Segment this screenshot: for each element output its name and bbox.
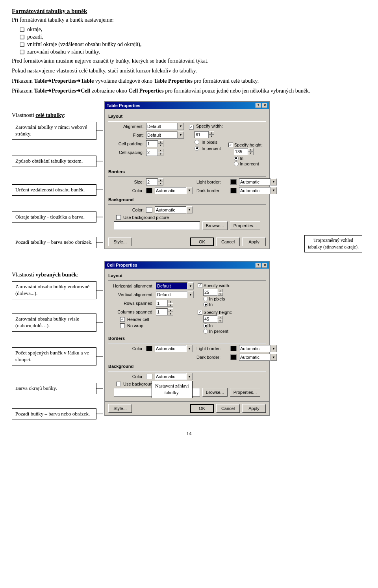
height-spinner-row: 135 ▲ ▼	[234, 148, 263, 155]
width-down[interactable]: ▼	[209, 135, 214, 138]
bg-color-arrow[interactable]: ▼	[186, 206, 193, 213]
in-percent-label: In percent	[202, 146, 221, 151]
use-bg-picture-checkbox[interactable]	[116, 215, 121, 220]
size-label: Size:	[108, 180, 144, 184]
rows-spanned-spinner[interactable]: 1 ▲ ▼	[156, 300, 173, 307]
cell-color-dropdown[interactable]: Automatic ▼	[155, 345, 193, 352]
height-in-percent-radio-row-2: In percent	[203, 329, 266, 334]
vert-align-arrow[interactable]: ▼	[187, 291, 194, 298]
intro-bullet-3: vnitřní okraje (vzdálenost obsahu buňky …	[27, 41, 141, 48]
borders-color-dropdown[interactable]: Automatic ▼	[155, 187, 193, 194]
float-dropdown-arrow[interactable]: ▼	[178, 132, 184, 139]
alignment-dropdown[interactable]: Default ▼	[146, 123, 184, 130]
layout-section-label-2: Layout	[108, 273, 266, 278]
alignment-dropdown-arrow[interactable]: ▼	[178, 123, 184, 130]
help-button-1[interactable]: ?	[256, 103, 261, 108]
height-in-percent-radio[interactable]	[234, 161, 239, 166]
apply-button-2[interactable]: Apply	[242, 404, 266, 413]
browse-button-1[interactable]: Browse...	[202, 221, 228, 230]
cols-spanned-spinner[interactable]: 1 ▲ ▼	[156, 308, 173, 315]
light-border-arrow[interactable]: ▼	[271, 178, 277, 185]
ok-button-2[interactable]: OK	[190, 404, 214, 413]
size-down[interactable]: ▼	[158, 182, 163, 185]
close-button-1[interactable]: ✕	[262, 103, 267, 108]
in-pixels-label: In pixels	[202, 140, 217, 145]
height-down-2[interactable]: ▼	[217, 319, 223, 323]
cell-light-border-dropdown[interactable]: Automatic ▼	[239, 345, 277, 352]
cell-spacing-spinner[interactable]: 2 ▲ ▼	[146, 149, 163, 156]
style-button-2[interactable]: Style...	[108, 404, 132, 413]
light-border-row: Light border: Automatic ▼	[196, 178, 277, 185]
cols-down[interactable]: ▼	[168, 312, 173, 315]
bullet-3: ❑	[20, 41, 25, 48]
cell-spacing-down[interactable]: ▼	[158, 152, 163, 156]
width-down-2[interactable]: ▼	[217, 292, 223, 296]
cell-padding-spinner[interactable]: 1 ▲ ▼	[146, 140, 163, 147]
size-up[interactable]: ▲	[158, 178, 163, 182]
bg-color-dropdown[interactable]: Automatic ▼	[155, 206, 193, 213]
cell-dark-border-dropdown[interactable]: Automatic ▼	[239, 354, 277, 361]
dark-border-dropdown[interactable]: Automatic ▼	[239, 187, 277, 194]
header-cell-checkbox[interactable]: ✓	[120, 317, 125, 322]
specify-height-checkbox[interactable]: ✓	[228, 143, 233, 147]
size-spinner[interactable]: 2 ▲ ▼	[146, 178, 163, 185]
cell-bg-color-label: Color:	[108, 374, 144, 379]
close-button-2[interactable]: ✕	[262, 263, 267, 268]
horiz-align-dropdown[interactable]: Default ▼	[156, 282, 194, 289]
in-radio-2[interactable]	[203, 302, 208, 307]
width-up[interactable]: ▲	[209, 131, 214, 135]
intro-line-2: Před formátováním musíme nejprve označit…	[12, 57, 366, 65]
help-button-2[interactable]: ?	[256, 263, 261, 268]
in-percent-radio[interactable]	[195, 146, 199, 151]
height-in-percent-radio-2[interactable]	[203, 329, 208, 334]
height-down[interactable]: ▼	[248, 152, 254, 155]
height-up-2[interactable]: ▲	[217, 315, 223, 319]
cancel-button-1[interactable]: Cancel	[216, 237, 240, 246]
dark-border-arrow[interactable]: ▼	[271, 187, 277, 194]
height-in-radio-2[interactable]	[203, 323, 208, 328]
dialog-title-1: Table Properties	[107, 103, 140, 108]
properties-button-1[interactable]: Properties...	[230, 221, 260, 230]
specify-width-checkbox[interactable]: ✓	[189, 125, 194, 130]
cell-bg-color-dropdown[interactable]: Automatic ▼	[155, 373, 193, 380]
cell-light-border-arrow[interactable]: ▼	[271, 345, 277, 352]
cell-dark-border-arrow[interactable]: ▼	[271, 354, 277, 361]
borders-color-arrow[interactable]: ▼	[186, 187, 193, 194]
bullet-1: ❑	[20, 26, 25, 33]
cell-color-arrow[interactable]: ▼	[186, 345, 193, 352]
float-dropdown[interactable]: Default ▼	[146, 132, 184, 139]
rows-spanned-label: Rows spanned:	[108, 301, 154, 306]
cell-bg-color-arrow[interactable]: ▼	[186, 373, 193, 380]
width-up-2[interactable]: ▲	[217, 289, 223, 292]
no-wrap-checkbox[interactable]	[120, 323, 125, 328]
browse-button-2[interactable]: Browse...	[202, 388, 228, 397]
cols-up[interactable]: ▲	[168, 308, 173, 312]
light-border-dropdown[interactable]: Automatic ▼	[239, 178, 277, 185]
height-in-radio[interactable]	[234, 156, 239, 161]
cell-padding-up[interactable]: ▲	[158, 140, 163, 144]
specify-width-checkbox-2[interactable]: ✓	[198, 283, 202, 288]
apply-button-1[interactable]: Apply	[242, 237, 266, 246]
horiz-align-arrow[interactable]: ▼	[187, 282, 194, 289]
bullet-2: ❑	[20, 34, 25, 41]
rows-up[interactable]: ▲	[168, 300, 173, 303]
section1-labels: Vlastnosti celé tabulky: Zarovnání tabul…	[12, 101, 96, 251]
rows-down[interactable]: ▼	[168, 303, 173, 307]
style-button-1[interactable]: Style...	[108, 237, 132, 246]
cell-properties-wrapper: Cell Properties ? ✕ Layout Horizontal al…	[104, 261, 366, 423]
height-up[interactable]: ▲	[248, 148, 254, 152]
size-row: Size: 2 ▲ ▼	[108, 178, 193, 185]
vert-align-dropdown[interactable]: Default ▼	[156, 291, 194, 298]
cell-spacing-up[interactable]: ▲	[158, 149, 163, 152]
in-pixels-radio[interactable]	[195, 140, 199, 145]
cancel-button-2[interactable]: Cancel	[216, 404, 240, 413]
cell-padding-down[interactable]: ▼	[158, 144, 163, 147]
specify-height-checkbox-2[interactable]: ✓	[198, 310, 202, 315]
in-row-2: In	[203, 302, 266, 307]
properties-button-2[interactable]: Properties...	[230, 388, 260, 397]
ok-button-1[interactable]: OK	[190, 237, 214, 246]
in-pixels-radio-2[interactable]	[203, 297, 208, 301]
cell-color-label: Color:	[108, 346, 144, 351]
specify-width-input[interactable]: 61 ▲ ▼	[195, 131, 214, 138]
cell-use-bg-picture-checkbox[interactable]	[116, 382, 121, 386]
